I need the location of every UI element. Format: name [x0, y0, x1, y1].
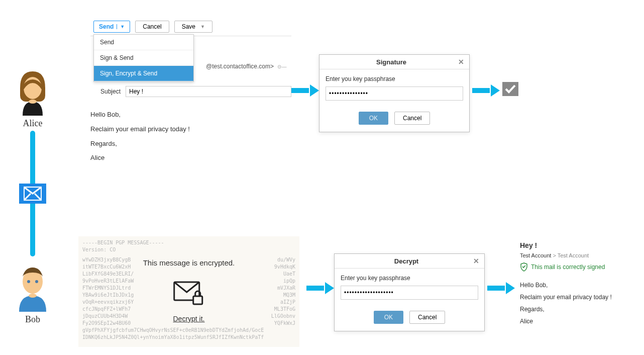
- close-icon[interactable]: ✕: [458, 58, 464, 66]
- dialog-title: Decrypt: [340, 257, 473, 265]
- key-icon: ⊝—: [277, 64, 286, 69]
- save-button[interactable]: Save ▼: [174, 21, 212, 33]
- signature-dialog: Signature ✕ Enter you key passphrase OK …: [319, 54, 470, 132]
- passphrase-prompt: Enter you key passphrase: [341, 275, 478, 282]
- arrow-icon: [291, 85, 314, 96]
- locked-envelope-icon: [171, 277, 206, 305]
- avatar-bob: Bob: [10, 261, 55, 325]
- decrypted-body: Hello Bob, Reclaim your email privacy to…: [520, 282, 635, 325]
- cancel-button[interactable]: Cancel: [409, 311, 445, 324]
- close-icon[interactable]: ✕: [473, 257, 479, 265]
- signed-badge: This mail is correctly signed: [520, 262, 635, 275]
- bob-label: Bob: [10, 314, 55, 325]
- dropdown-item-sign-encrypt-send[interactable]: Sign, Encrypt & Send: [94, 66, 193, 81]
- encrypted-message-text: This message is encrypted.: [143, 257, 235, 268]
- encrypted-overlay: This message is encrypted. Decrypt it.: [143, 257, 235, 324]
- send-dropdown-menu: Send Sign & Send Sign, Encrypt & Send: [93, 34, 194, 82]
- arrow-icon: [472, 85, 495, 96]
- app-logo-icon: [19, 184, 46, 204]
- recipient-chip[interactable]: @test.contactoffice.com> ⊝—: [206, 63, 286, 70]
- dropdown-item-send[interactable]: Send: [94, 35, 193, 50]
- cancel-button[interactable]: Cancel: [135, 21, 169, 33]
- compose-toolbar: Send ▼ Cancel Save ▼: [90, 18, 291, 36]
- breadcrumb: Test Account > Test Account: [520, 252, 635, 258]
- cancel-button[interactable]: Cancel: [394, 112, 430, 125]
- bob-avatar-icon: [10, 261, 55, 312]
- send-button[interactable]: Send ▼: [93, 21, 130, 33]
- ok-button[interactable]: OK: [359, 112, 388, 125]
- save-button-label: Save: [182, 23, 195, 30]
- encrypted-message-panel: -----BEGIN PGP MESSAGE----- Version: CO …: [78, 236, 299, 347]
- dialog-title: Signature: [325, 58, 458, 66]
- passphrase-input[interactable]: [341, 286, 478, 300]
- svg-point-3: [29, 294, 37, 298]
- decrypted-subject: Hey !: [520, 241, 635, 249]
- ok-button[interactable]: OK: [374, 311, 403, 324]
- send-dropdown-caret-icon[interactable]: ▼: [117, 24, 125, 29]
- success-check-icon: [502, 82, 518, 96]
- subject-input[interactable]: [126, 86, 291, 97]
- svg-point-4: [27, 280, 30, 283]
- dialog-header: Decrypt ✕: [335, 254, 484, 269]
- alice-label: Alice: [10, 118, 55, 129]
- svg-point-1: [29, 100, 37, 104]
- decrypt-dialog: Decrypt ✕ Enter you key passphrase OK Ca…: [334, 253, 485, 331]
- passphrase-input[interactable]: [326, 86, 463, 101]
- decrypt-link[interactable]: Decrypt it.: [143, 314, 235, 324]
- alice-avatar-icon: [10, 65, 55, 116]
- svg-rect-8: [193, 296, 202, 304]
- subject-label: Subject: [90, 88, 121, 95]
- passphrase-prompt: Enter you key passphrase: [326, 75, 463, 82]
- shield-check-icon: [520, 262, 528, 272]
- arrow-icon: [306, 283, 329, 293]
- dialog-header: Signature ✕: [319, 55, 469, 69]
- svg-point-5: [35, 280, 38, 283]
- send-button-label: Send: [99, 23, 114, 30]
- avatar-alice: Alice: [10, 65, 55, 129]
- save-dropdown-caret-icon[interactable]: ▼: [200, 24, 205, 29]
- subject-row: Subject: [90, 83, 291, 100]
- dropdown-item-sign-send[interactable]: Sign & Send: [94, 50, 193, 66]
- compose-body[interactable]: Hello Bob, Reclaim your email privacy to…: [90, 110, 291, 163]
- arrow-icon: [487, 283, 510, 293]
- decrypted-message-panel: Hey ! Test Account > Test Account This m…: [520, 241, 635, 330]
